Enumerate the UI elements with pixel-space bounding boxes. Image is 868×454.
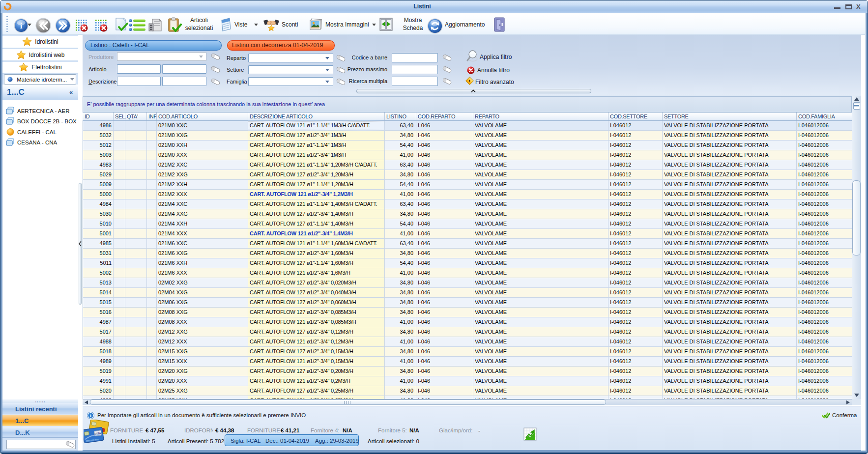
svg-text:i: i [20,21,23,30]
svg-text:i: i [90,413,91,418]
